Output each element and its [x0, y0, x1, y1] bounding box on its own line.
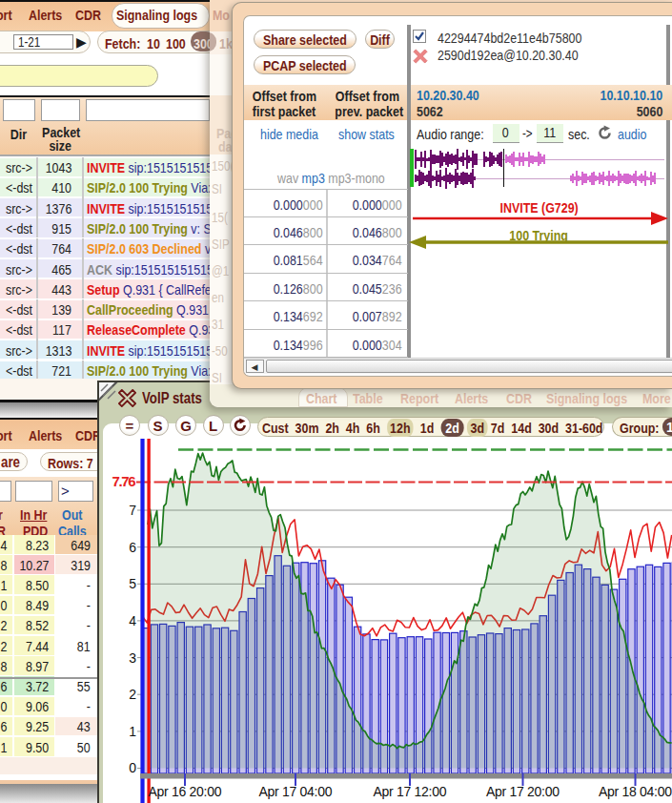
svg-text:Apr 17 12:00: Apr 17 12:00 — [374, 784, 447, 799]
svg-text:0: 0 — [129, 760, 136, 775]
svg-text:Apr 18 04:00: Apr 18 04:00 — [599, 784, 672, 799]
svg-text:4: 4 — [129, 613, 136, 628]
svg-text:2: 2 — [129, 687, 136, 702]
svg-text:Apr 17 04:00: Apr 17 04:00 — [259, 784, 333, 799]
svg-text:7.76: 7.76 — [112, 473, 136, 489]
svg-text:1: 1 — [129, 724, 136, 739]
svg-text:7: 7 — [129, 503, 136, 518]
svg-text:Apr 17 20:00: Apr 17 20:00 — [486, 784, 560, 799]
svg-text:6: 6 — [129, 540, 136, 555]
svg-text:3: 3 — [129, 650, 136, 666]
svg-text:5: 5 — [129, 576, 136, 591]
svg-text:Apr 16 20:00: Apr 16 20:00 — [149, 784, 222, 799]
